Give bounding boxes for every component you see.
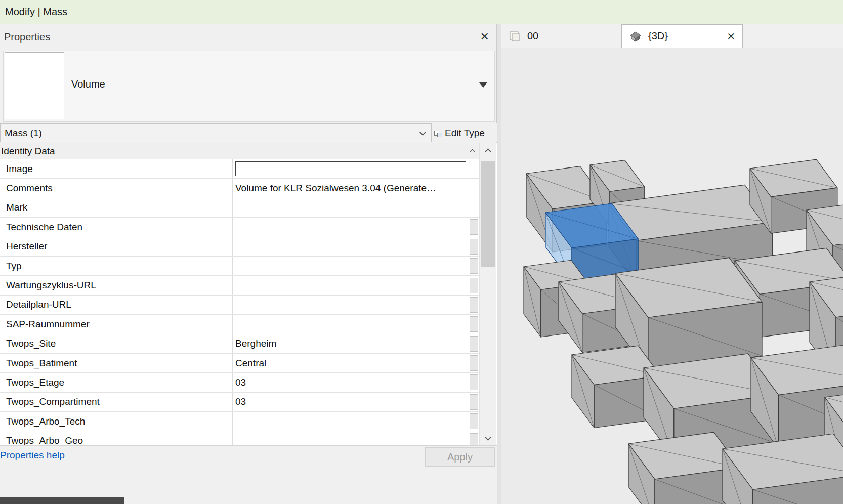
property-row: Twops_Compartiment03 xyxy=(0,393,479,412)
element-filter-value: Mass (1) xyxy=(5,128,42,139)
property-value[interactable] xyxy=(233,218,468,236)
property-row: Hersteller xyxy=(0,237,479,257)
property-row-button-cell xyxy=(468,159,479,178)
property-label: Mark xyxy=(0,198,233,217)
view-tab-3d[interactable]: {3D} ✕ xyxy=(621,24,743,48)
sheet-icon xyxy=(508,30,521,43)
property-label: Typ xyxy=(0,257,233,275)
type-name: Volume xyxy=(71,78,105,90)
properties-title: Properties xyxy=(4,31,50,43)
property-label: Twops_Arbo_Tech xyxy=(0,412,233,431)
property-label: Twops_Batiment xyxy=(0,354,233,372)
scroll-up-icon[interactable] xyxy=(480,143,496,159)
property-row-button-cell xyxy=(468,276,479,295)
property-row: Twops_SiteBergheim xyxy=(0,334,479,354)
section-header-identity-data[interactable]: Identity Data xyxy=(0,143,479,159)
property-value[interactable] xyxy=(233,296,468,314)
properties-panel: Properties ✕ Volume Mass (1) Edit Type xyxy=(0,24,497,504)
property-value[interactable]: Volume for KLR Sozialwesen 3.04 (Generat… xyxy=(233,179,468,197)
ribbon-context-bar: Modify | Mass xyxy=(0,0,843,24)
tab-close-icon[interactable]: ✕ xyxy=(696,30,735,43)
scrollbar-thumb[interactable] xyxy=(481,161,495,267)
horizontal-scrollbar[interactable] xyxy=(0,469,497,504)
property-row-button-cell xyxy=(468,296,479,314)
view-tab-00[interactable]: 00 xyxy=(501,24,621,48)
property-row-button-cell xyxy=(468,257,479,275)
property-row: Typ xyxy=(0,257,479,276)
property-row-button-cell xyxy=(468,334,479,353)
property-row: Detailplan-URL xyxy=(0,296,479,315)
image-value-input[interactable] xyxy=(235,161,466,176)
property-row-button[interactable] xyxy=(470,258,478,274)
chevron-down-icon[interactable] xyxy=(419,129,426,136)
property-value[interactable] xyxy=(233,237,468,256)
property-row: Technische Daten xyxy=(0,218,479,237)
context-tab-label: Modify | Mass xyxy=(5,6,67,18)
property-row-button-cell xyxy=(468,315,479,333)
property-row-button[interactable] xyxy=(470,374,478,390)
property-row-button-cell xyxy=(468,412,479,431)
property-row-button[interactable] xyxy=(470,278,478,293)
property-row-button[interactable] xyxy=(470,336,478,352)
property-label: SAP-Raumnummer xyxy=(0,315,233,333)
panel-divider[interactable] xyxy=(497,24,501,504)
property-row-button[interactable] xyxy=(470,297,478,313)
house-3d-icon xyxy=(629,30,642,43)
property-value[interactable] xyxy=(233,257,468,275)
property-row-button-cell xyxy=(468,354,479,372)
property-label: Twops_Site xyxy=(0,334,233,353)
property-label: Wartungszyklus-URL xyxy=(0,276,233,295)
edit-type-button[interactable]: Edit Type xyxy=(434,123,497,142)
type-preview-image xyxy=(5,52,64,119)
view-pane: 00 {3D} ✕ xyxy=(501,24,843,504)
property-value[interactable] xyxy=(233,198,468,217)
property-row-button-cell xyxy=(468,218,479,236)
property-value[interactable] xyxy=(233,276,468,295)
property-label: Technische Daten xyxy=(0,218,233,236)
property-value[interactable] xyxy=(233,159,468,178)
property-row: CommentsVolume for KLR Sozialwesen 3.04 … xyxy=(0,179,479,198)
type-selector[interactable]: Volume xyxy=(3,51,495,122)
property-row-button[interactable] xyxy=(470,394,478,410)
property-row-button-cell xyxy=(468,198,479,217)
properties-footer: Properties help Apply xyxy=(0,445,497,469)
property-value[interactable]: 03 xyxy=(233,373,468,392)
property-row: Mark xyxy=(0,198,479,218)
property-value[interactable] xyxy=(233,315,468,333)
property-row: Twops_Etage03 xyxy=(0,373,479,392)
tab-label: 00 xyxy=(527,30,538,42)
property-row-button[interactable] xyxy=(470,355,478,371)
property-row: Twops_Arbo_Geo xyxy=(0,431,479,445)
property-row-button-cell xyxy=(468,393,479,411)
horizontal-scrollbar-thumb[interactable] xyxy=(0,497,124,504)
property-value[interactable]: Central xyxy=(233,354,468,372)
property-label: Detailplan-URL xyxy=(0,296,233,314)
property-grid: Identity Data ImageCommentsVolume for KL… xyxy=(0,143,497,445)
property-row: Twops_BatimentCentral xyxy=(0,354,479,373)
property-label: Comments xyxy=(0,179,233,197)
property-value[interactable] xyxy=(233,431,468,445)
apply-button[interactable]: Apply xyxy=(425,447,495,467)
property-row-button[interactable] xyxy=(470,219,478,235)
property-label: Image xyxy=(0,159,233,178)
3d-viewport[interactable] xyxy=(501,48,843,504)
property-row-button-cell xyxy=(468,237,479,256)
property-value[interactable] xyxy=(233,412,468,431)
property-row-button[interactable] xyxy=(470,316,478,332)
property-label: Hersteller xyxy=(0,237,233,256)
chevron-down-icon[interactable] xyxy=(479,82,487,88)
property-label: Twops_Arbo_Geo xyxy=(0,431,233,445)
element-filter-select[interactable]: Mass (1) xyxy=(0,123,432,142)
collapse-chevron-icon[interactable] xyxy=(470,149,475,154)
properties-help-link[interactable]: Properties help xyxy=(0,450,65,461)
property-row-button-cell xyxy=(468,431,479,445)
scroll-down-icon[interactable] xyxy=(480,429,496,445)
property-value[interactable]: 03 xyxy=(233,393,468,411)
vertical-scrollbar[interactable] xyxy=(479,143,496,445)
property-row-button[interactable] xyxy=(470,239,478,255)
edit-type-icon xyxy=(434,129,443,138)
close-icon[interactable]: ✕ xyxy=(480,30,489,44)
property-row-button[interactable] xyxy=(470,433,478,445)
property-row-button[interactable] xyxy=(470,413,478,429)
property-value[interactable]: Bergheim xyxy=(233,334,468,353)
